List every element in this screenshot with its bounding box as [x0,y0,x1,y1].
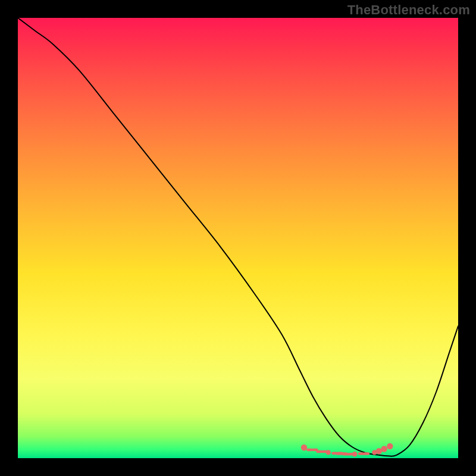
watermark-text: TheBottleneck.com [347,2,470,18]
marker-dot [352,452,357,456]
chart-svg [18,18,458,458]
marker-dot [326,450,331,455]
marker-dot [387,443,393,449]
marker-dot [381,446,387,452]
bottleneck-curve [18,18,458,456]
chart-frame: TheBottleneck.com [0,0,476,476]
marker-dot [301,444,307,450]
plot-area [18,18,458,458]
marker-dot [376,448,382,454]
